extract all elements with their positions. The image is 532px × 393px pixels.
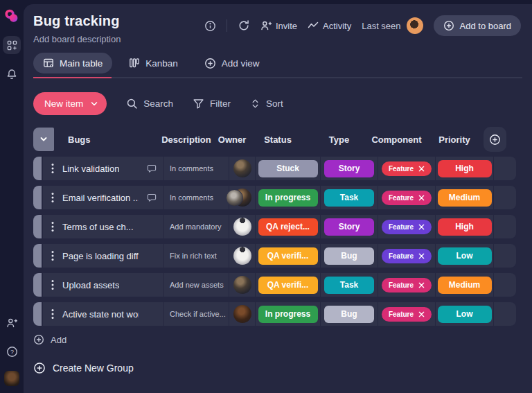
- remove-tag-icon[interactable]: [418, 195, 425, 201]
- app-logo-icon[interactable]: [3, 8, 20, 25]
- last-seen[interactable]: Last seen: [362, 17, 423, 34]
- bug-name[interactable]: Email verification ...: [62, 193, 139, 203]
- workspace-grid-add-icon[interactable]: [3, 36, 21, 54]
- invite-button[interactable]: Invite: [260, 20, 297, 31]
- column-header-bugs[interactable]: Bugs: [54, 134, 154, 145]
- owner-avatar[interactable]: [233, 276, 251, 294]
- table-row[interactable]: Page is loading diff... Fix in rich text…: [33, 244, 532, 268]
- remove-tag-icon[interactable]: [418, 166, 425, 172]
- row-menu-icon[interactable]: [51, 221, 54, 232]
- help-icon[interactable]: ?: [3, 342, 21, 360]
- user-avatar[interactable]: [4, 371, 19, 386]
- sort-button[interactable]: Sort: [250, 98, 283, 109]
- priority-badge[interactable]: High: [438, 160, 492, 177]
- component-badge[interactable]: Feature: [382, 307, 432, 322]
- component-badge[interactable]: Feature: [382, 249, 432, 263]
- info-icon[interactable]: [204, 20, 216, 32]
- column-header-description[interactable]: Description: [154, 134, 219, 145]
- owner-avatar[interactable]: [233, 218, 251, 236]
- row-menu-icon[interactable]: [51, 279, 54, 290]
- tab-kanban[interactable]: Kanban: [119, 53, 188, 73]
- sync-icon[interactable]: [238, 19, 250, 32]
- bug-name[interactable]: Upload assets: [62, 280, 119, 290]
- priority-badge[interactable]: Low: [438, 306, 492, 323]
- add-column-button[interactable]: [484, 127, 506, 152]
- name-cell: Email verification ...: [43, 186, 163, 209]
- type-badge[interactable]: Bug: [324, 247, 374, 265]
- component-badge[interactable]: Feature: [382, 220, 432, 234]
- activity-button[interactable]: Activity: [308, 20, 351, 31]
- row-menu-icon[interactable]: [51, 250, 54, 261]
- bug-description[interactable]: Add new assets: [170, 281, 224, 289]
- board-description-input[interactable]: Add board description: [33, 34, 121, 44]
- status-badge[interactable]: In progress: [258, 306, 318, 323]
- comment-icon[interactable]: [147, 193, 157, 202]
- last-seen-avatar[interactable]: [407, 17, 423, 34]
- owner-avatar[interactable]: [233, 247, 251, 265]
- owner-avatar[interactable]: [233, 159, 251, 177]
- invite-person-icon[interactable]: [3, 314, 21, 332]
- owner-avatar[interactable]: [233, 189, 251, 207]
- component-badge[interactable]: Feature: [382, 161, 432, 176]
- column-header-status[interactable]: Status: [245, 134, 310, 145]
- owner-cell: [229, 244, 255, 268]
- comment-icon[interactable]: [147, 164, 157, 173]
- priority-badge[interactable]: High: [438, 218, 492, 236]
- table-row[interactable]: Email verification ... In comments In pr…: [33, 186, 532, 209]
- table-row[interactable]: Upload assets Add new assets QA verifi..…: [33, 273, 532, 297]
- status-badge[interactable]: Stuck: [258, 160, 318, 177]
- remove-tag-icon[interactable]: [418, 224, 425, 230]
- bug-description[interactable]: Check if active...: [170, 310, 226, 318]
- add-item-button[interactable]: Add: [33, 334, 66, 345]
- remove-tag-icon[interactable]: [418, 253, 425, 259]
- owner-avatar[interactable]: [233, 305, 251, 323]
- owner-cell: [229, 157, 255, 180]
- status-badge[interactable]: QA verifi...: [258, 247, 318, 265]
- table-row[interactable]: Link validation In comments Stuck Story: [33, 157, 532, 180]
- row-menu-icon[interactable]: [51, 308, 54, 320]
- bug-name[interactable]: Link validation: [62, 164, 119, 174]
- notifications-bell-icon[interactable]: [3, 65, 21, 83]
- column-header-component[interactable]: Component: [368, 134, 425, 145]
- add-to-board-button[interactable]: Add to board: [434, 15, 521, 36]
- table-row[interactable]: Terms of use ch... Add mandatory QA reje…: [33, 215, 532, 238]
- status-badge[interactable]: In progress: [258, 189, 318, 207]
- type-badge[interactable]: Bug: [324, 306, 374, 323]
- new-item-button[interactable]: New item: [33, 92, 107, 115]
- collapse-group-button[interactable]: [33, 128, 54, 151]
- filter-button[interactable]: Filter: [193, 98, 231, 110]
- tab-main-table[interactable]: Main table: [33, 53, 112, 73]
- priority-badge[interactable]: Low: [438, 247, 492, 265]
- priority-badge[interactable]: Medium: [438, 189, 492, 207]
- type-badge[interactable]: Story: [324, 160, 374, 177]
- bug-name[interactable]: Active state not wor..: [62, 309, 139, 320]
- component-badge[interactable]: Feature: [382, 191, 432, 205]
- bug-description[interactable]: In comments: [170, 193, 213, 202]
- status-badge[interactable]: QA reject...: [258, 218, 318, 236]
- row-menu-icon[interactable]: [51, 192, 54, 203]
- description-cell: In comments: [163, 186, 229, 209]
- create-new-group-button[interactable]: Create New Group: [33, 362, 134, 374]
- tab-add-view[interactable]: Add view: [195, 53, 269, 73]
- empty-cell: [493, 215, 516, 238]
- bug-name[interactable]: Terms of use ch...: [62, 222, 134, 232]
- bug-description[interactable]: In comments: [170, 164, 213, 173]
- bug-description[interactable]: Add mandatory: [170, 222, 222, 231]
- status-cell: QA verifi...: [255, 273, 320, 297]
- status-badge[interactable]: QA verifi...: [258, 277, 318, 294]
- type-badge[interactable]: Task: [324, 277, 374, 294]
- remove-tag-icon[interactable]: [418, 311, 425, 317]
- type-badge[interactable]: Task: [324, 189, 374, 207]
- priority-badge[interactable]: Medium: [438, 277, 492, 294]
- component-badge[interactable]: Feature: [382, 278, 432, 292]
- bug-description[interactable]: Fix in rich text: [170, 252, 217, 260]
- column-header-priority[interactable]: Priority: [425, 134, 484, 145]
- row-menu-icon[interactable]: [51, 163, 54, 174]
- bug-name[interactable]: Page is loading diff...: [62, 251, 139, 261]
- type-badge[interactable]: Story: [324, 218, 374, 236]
- column-header-type[interactable]: Type: [310, 134, 368, 145]
- column-header-owner[interactable]: Owner: [219, 134, 245, 145]
- search-button[interactable]: Search: [126, 98, 173, 110]
- remove-tag-icon[interactable]: [418, 282, 425, 288]
- table-row[interactable]: Active state not wor.. Check if active..…: [33, 302, 532, 326]
